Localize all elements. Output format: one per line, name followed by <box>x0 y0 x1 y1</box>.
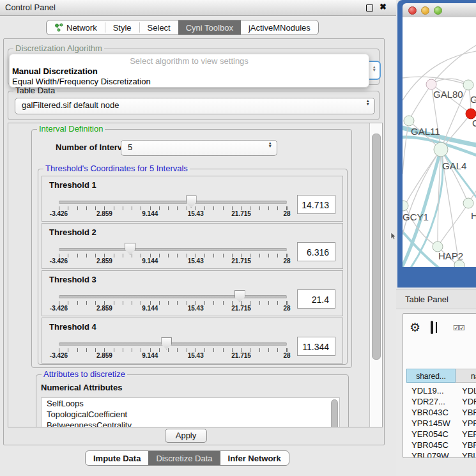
threshold-4-value-field[interactable]: 11.344 <box>297 337 335 356</box>
table-data-title: Table Data <box>13 86 57 95</box>
scale-label: 2.859 <box>96 210 112 217</box>
node-h[interactable] <box>463 198 473 208</box>
combo-stepper-icon: ▲▼ <box>372 65 376 72</box>
node-label-gal80: GAL80 <box>433 89 463 100</box>
number-of-intervals-value: 5 <box>128 142 132 152</box>
scale-label: 2.859 <box>96 305 112 312</box>
table-data-combobox[interactable]: galFiltered.sif default node ▲▼ <box>15 98 375 114</box>
maximize-traffic-light[interactable] <box>434 6 442 15</box>
table-panel-titlebar: Table Panel <box>396 289 476 309</box>
threshold-2-panel: Threshold 2 -3.426 2.859 9.144 15.43 21.… <box>42 223 343 269</box>
network-window-titlebar[interactable] <box>403 3 476 18</box>
gear-icon[interactable]: ⚙︎ <box>410 321 420 334</box>
scale-label: 15.43 <box>188 257 204 265</box>
tab-discretize-data-label: Discretize Data <box>156 454 212 463</box>
numerical-attributes-list[interactable]: SelfLoops TopologicalCoefficient Between… <box>41 397 340 427</box>
tab-style[interactable]: Style <box>105 20 139 35</box>
threshold-2-value-field[interactable]: 6.316 <box>297 242 335 261</box>
threshold-1-panel: Threshold 1 -3.426 2.859 9.144 15.43 21.… <box>42 176 343 222</box>
table-row[interactable]: YDL19...YDL1 <box>403 385 476 396</box>
panel-title: Control Panel <box>5 3 56 12</box>
list-scrollbar[interactable] <box>331 399 338 427</box>
settings-vertical-scrollbar[interactable] <box>369 123 383 427</box>
threshold-4-label: Threshold 4 <box>49 322 96 332</box>
cell: YER054C <box>411 429 449 440</box>
scale-label: 2.859 <box>96 352 112 359</box>
threshold-1-value-field[interactable]: 14.713 <box>297 195 335 214</box>
column-header-shared-name[interactable]: shared... <box>406 369 456 383</box>
tab-select[interactable]: Select <box>140 20 178 35</box>
tab-infer-network[interactable]: Infer Network <box>220 451 289 465</box>
scale-label: 28 <box>283 352 290 359</box>
threshold-3-slider-track[interactable] <box>59 295 287 298</box>
table-panel-title: Table Panel <box>405 295 449 304</box>
table-data-group: Table Data galFiltered.sif default node … <box>8 91 380 120</box>
node-partial-top[interactable] <box>463 80 473 90</box>
tab-jactivemnodules[interactable]: jActiveMNodules <box>241 20 318 35</box>
threshold-2-slider-track[interactable] <box>59 248 287 251</box>
cell: YBL0 <box>462 450 476 458</box>
cell: YBR0 <box>462 407 476 418</box>
threshold-3-label: Threshold 3 <box>49 275 96 284</box>
network-canvas[interactable]: GAL80 GA C GAL11 GAL4 GCY1 H HAP2 <box>403 17 476 267</box>
control-panel-titlebar: Control Panel ✖ <box>0 0 396 16</box>
node-gal11[interactable] <box>404 116 414 126</box>
cell: YDR2 <box>462 396 476 407</box>
tab-impute-data-label: Impute Data <box>93 454 141 463</box>
node-label-gcy1: GCY1 <box>403 211 429 222</box>
cell: YBL079W <box>411 450 449 458</box>
tab-network[interactable]: Network <box>47 20 105 35</box>
threshold-coordinates-title: Threshold's Coordinates for 5 Intervals <box>43 164 190 173</box>
tab-cyni-toolbox[interactable]: Cyni Toolbox <box>178 20 241 35</box>
table-row[interactable]: YPR145WYPR1 <box>403 418 476 429</box>
scale-label: 28 <box>283 210 290 217</box>
node-gal80[interactable] <box>426 79 436 89</box>
list-item[interactable]: TopologicalCoefficient <box>42 409 339 420</box>
cell: YPR1 <box>462 418 476 429</box>
cell: YBR043C <box>411 407 449 418</box>
cell: YBR045C <box>411 440 449 450</box>
checkbox-columns-icon[interactable]: ☑☑ <box>453 324 464 332</box>
scale-label: -3.426 <box>50 352 68 359</box>
apply-button[interactable]: Apply <box>165 429 207 443</box>
scale-label: 9.144 <box>142 257 158 265</box>
node-label-h: H <box>471 210 476 221</box>
node-label-gal4: GAL4 <box>442 160 466 171</box>
cell: YDL19... <box>411 385 444 396</box>
dropdown-item-manual-discretization[interactable]: Manual Discretization <box>12 66 98 76</box>
node-gcy1[interactable] <box>403 201 408 211</box>
tab-jactivemnodules-label: jActiveMNodules <box>249 23 311 33</box>
table-row[interactable]: YDR27...YDR2 <box>403 396 476 407</box>
settings-scrollbar-thumb[interactable] <box>372 134 381 360</box>
cell: YDR27... <box>411 396 445 407</box>
list-item[interactable]: BetweennessCentrality <box>42 420 339 427</box>
cell: YPR145W <box>411 418 450 429</box>
interval-definition-group: Interval Definition Number of Intervals … <box>31 129 352 368</box>
tab-select-label: Select <box>148 23 171 33</box>
column-header-name[interactable]: na <box>456 369 476 383</box>
network-view-window[interactable]: GAL80 GA C GAL11 GAL4 GCY1 H HAP2 <box>397 0 476 288</box>
minimize-traffic-light[interactable] <box>421 6 429 15</box>
close-icon[interactable]: ✖ <box>380 2 387 12</box>
table-row[interactable]: YBR045CYBR0 <box>403 440 476 450</box>
threshold-3-value-field[interactable]: 21.4 <box>297 289 335 309</box>
columns-icon[interactable] <box>431 321 433 334</box>
tab-discretize-data[interactable]: Discretize Data <box>148 451 220 465</box>
threshold-1-slider-track[interactable] <box>59 201 287 204</box>
table-row[interactable]: YBR043CYBR0 <box>403 407 476 418</box>
scale-label: 15.43 <box>188 210 204 217</box>
network-graph <box>403 17 476 267</box>
close-traffic-light[interactable] <box>408 6 417 15</box>
table-row[interactable]: YER054CYER0 <box>403 429 476 440</box>
table-row[interactable]: YBL079WYBL0 <box>403 450 476 458</box>
attributes-group-title: Attributes to discretize <box>42 370 127 379</box>
dropdown-item-equal-width[interactable]: Equal Width/Frequency Discretization <box>12 77 151 86</box>
number-of-intervals-combobox[interactable]: 5 ▲▼ <box>121 140 277 156</box>
node-gal4[interactable] <box>434 142 448 157</box>
threshold-4-slider-track[interactable] <box>59 342 287 346</box>
tab-impute-data[interactable]: Impute Data <box>86 451 148 465</box>
scale-label: 28 <box>283 305 290 312</box>
list-item[interactable]: SelfLoops <box>42 398 339 409</box>
float-icon[interactable] <box>366 4 373 12</box>
scale-label: 21.715 <box>231 305 251 312</box>
